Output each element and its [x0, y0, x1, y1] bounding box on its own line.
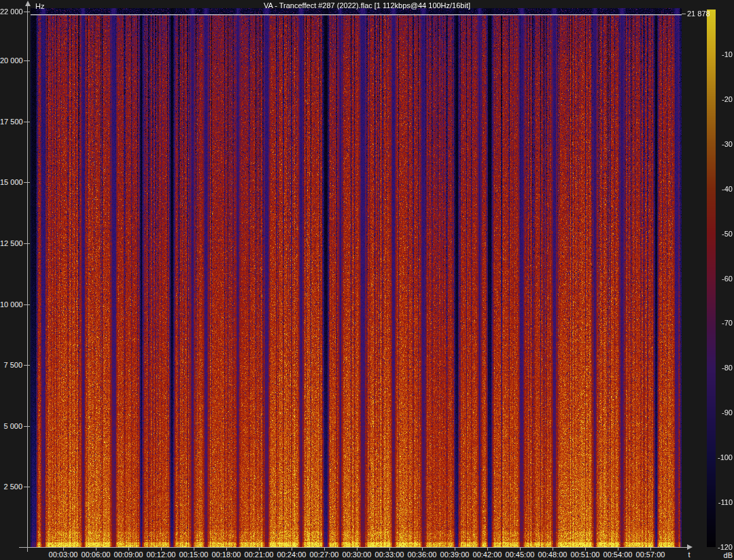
freq-tick-label: 2 500: [0, 483, 22, 491]
db-tick-label: -100: [712, 453, 733, 461]
db-tick-label: -10: [712, 50, 733, 58]
freq-tick: [24, 304, 30, 305]
window-title: VA - Tranceffect #287 (2022).flac [1 112…: [0, 1, 734, 10]
freq-tick: [24, 12, 30, 12]
freq-tick-label: 5 000: [0, 422, 22, 430]
db-tick-label: -60: [712, 275, 733, 283]
db-tick-label: -110: [712, 498, 733, 506]
db-tick-label: -20: [712, 95, 733, 103]
db-tick-label: -30: [712, 140, 733, 148]
db-tick-label: -50: [712, 230, 733, 238]
cutoff-frequency-label: 21 878: [687, 10, 710, 18]
freq-tick-label: 10 000: [0, 300, 22, 309]
time-axis-line: [19, 547, 688, 548]
freq-tick-label: 12 500: [0, 239, 22, 247]
freq-tick: [24, 365, 30, 366]
freq-tick: [24, 60, 30, 61]
db-tick-label: -120: [712, 543, 733, 551]
time-tick-label: 00:57:00: [630, 550, 671, 559]
db-tick-label: -40: [712, 185, 733, 193]
db-tick-label: -90: [712, 408, 733, 417]
cutoff-tick: [682, 14, 686, 14]
freq-tick: [24, 182, 30, 183]
freq-tick-label: 15 000: [0, 178, 22, 186]
freq-tick-label: 7 500: [0, 361, 22, 369]
db-tick-label: -70: [712, 319, 733, 327]
time-axis-unit-label: t: [682, 550, 696, 559]
freq-tick: [24, 487, 30, 487]
time-axis-arrow-icon: [687, 544, 693, 550]
freq-tick-label: 17 500: [0, 118, 22, 126]
spek-spectrogram-window: VA - Tranceffect #287 (2022).flac [1 112…: [0, 0, 734, 560]
db-tick-label: -80: [712, 364, 733, 372]
freq-tick-label: 20 000: [0, 56, 22, 65]
freq-tick: [24, 243, 30, 244]
spectrogram-canvas: [31, 8, 682, 547]
freq-tick: [24, 122, 30, 122]
db-unit-label: dB: [712, 551, 733, 559]
freq-tick: [24, 426, 30, 427]
freq-axis-line: [27, 4, 28, 552]
